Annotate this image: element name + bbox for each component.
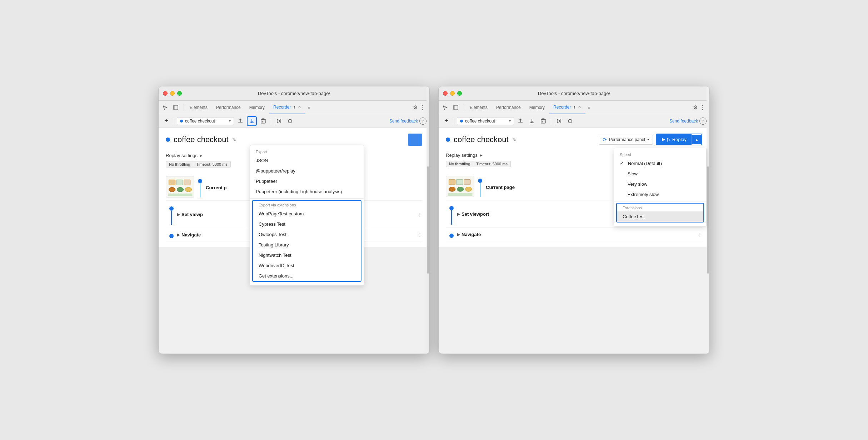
export-puppeteer[interactable]: Puppeteer — [250, 176, 364, 186]
scrollbar-track[interactable] — [426, 86, 429, 354]
right-scrollbar-thumb[interactable] — [707, 166, 709, 273]
tab-elements[interactable]: Elements — [185, 101, 212, 114]
export-json[interactable]: JSON — [250, 155, 364, 166]
replay-dropdown-btn[interactable]: ▲ — [692, 135, 702, 144]
add-recording-btn[interactable]: + — [161, 116, 171, 126]
svg-point-20 — [574, 106, 575, 108]
replay-settings-expand-icon[interactable]: ▶ — [200, 154, 203, 158]
right-play-once-btn[interactable] — [554, 116, 564, 126]
dock-icon[interactable] — [171, 102, 181, 112]
speed-slow[interactable]: Slow — [614, 169, 706, 179]
replay-btn[interactable] — [285, 116, 295, 126]
upload-btn[interactable] — [235, 116, 245, 126]
ext-testing-library[interactable]: Testing Library — [253, 240, 361, 250]
right-header-actions: ⟳ Performance panel ▾ ▷ Replay ▲ — [599, 134, 702, 145]
right-help-btn[interactable]: ? — [699, 118, 707, 125]
ext-webpagetest[interactable]: WebPageTest custom — [253, 209, 361, 219]
minimize-traffic-light[interactable] — [170, 91, 175, 96]
right-cursor-icon[interactable] — [440, 102, 450, 112]
speed-very-slow[interactable]: Very slow — [614, 179, 706, 189]
right-maximize-traffic-light[interactable] — [457, 91, 462, 96]
right-tab-elements[interactable]: Elements — [465, 101, 492, 114]
right-recording-title: coffee checkout — [454, 135, 509, 144]
ext-owloops[interactable]: Owloops Test — [253, 229, 361, 240]
replay-settings-label[interactable]: Replay settings — [166, 153, 198, 158]
play-once-btn[interactable] — [274, 116, 284, 126]
right-minimize-traffic-light[interactable] — [450, 91, 455, 96]
step-connector-2 — [169, 204, 174, 225]
right-upload-btn[interactable] — [515, 116, 525, 126]
right-dots-icon[interactable]: ⋮ — [700, 104, 705, 111]
recording-selector[interactable]: coffee checkout ▾ — [177, 117, 234, 125]
tab-memory[interactable]: Memory — [245, 101, 269, 114]
right-expand-arrow-navigate[interactable]: ▶ — [457, 232, 460, 237]
right-replay-settings-expand-icon[interactable]: ▶ — [480, 153, 483, 157]
performance-panel-btn[interactable]: ⟳ Performance panel ▾ — [599, 135, 653, 145]
edit-title-icon[interactable]: ✎ — [232, 137, 236, 142]
right-tab-memory[interactable]: Memory — [525, 101, 549, 114]
left-recording-header: coffee checkout ✎ — [166, 134, 422, 146]
send-feedback-link[interactable]: Send feedback — [389, 119, 418, 124]
extensions-highlight-box: Export via extensions WebPageTest custom… — [252, 200, 361, 282]
right-extensions-section-label: Extensions — [617, 204, 703, 211]
tab-recorder[interactable]: Recorder ✕ — [269, 101, 305, 114]
right-tab-recorder-close[interactable]: ✕ — [578, 105, 581, 109]
step-more-icon-navigate[interactable]: ⋮ — [418, 232, 422, 238]
ext-get-extensions[interactable]: Get extensions... — [253, 271, 361, 281]
right-download-btn[interactable] — [527, 116, 537, 126]
tab-more-btn[interactable]: » — [305, 105, 312, 110]
tab-recorder-close[interactable]: ✕ — [298, 105, 301, 109]
right-recorder-pin-icon — [573, 105, 576, 109]
help-btn[interactable]: ? — [419, 118, 426, 125]
step-dot — [198, 179, 202, 183]
gear-icon[interactable]: ⚙ — [413, 104, 418, 111]
right-gear-icon[interactable]: ⚙ — [693, 104, 698, 111]
right-edit-title-icon[interactable]: ✎ — [512, 137, 517, 142]
export-puppeteer-lighthouse[interactable]: Puppeteer (including Lighthouse analysis… — [250, 186, 364, 197]
speed-normal[interactable]: ✓ Normal (Default) — [614, 158, 706, 169]
svg-marker-26 — [557, 119, 560, 123]
right-tab-performance[interactable]: Performance — [492, 101, 525, 114]
expand-arrow-navigate[interactable]: ▶ — [177, 232, 180, 237]
svg-point-34 — [457, 187, 463, 191]
right-send-feedback-link[interactable]: Send feedback — [669, 119, 698, 124]
right-recording-header: coffee checkout ✎ ⟳ Performance panel ▾ … — [446, 134, 702, 145]
right-replay-settings-label[interactable]: Replay settings — [446, 152, 478, 158]
dots-icon[interactable]: ⋮ — [420, 104, 425, 111]
right-delete-btn[interactable] — [538, 116, 548, 126]
right-toolbar-sep-2 — [551, 118, 551, 124]
close-traffic-light[interactable] — [163, 91, 168, 96]
right-add-recording-btn[interactable]: + — [442, 116, 452, 126]
download-btn[interactable] — [247, 116, 257, 126]
right-step-more-icon-navigate[interactable]: ⋮ — [698, 232, 702, 237]
tab-performance[interactable]: Performance — [212, 101, 245, 114]
ext-coffeetest[interactable]: CoffeeTest — [617, 211, 703, 222]
right-tab-recorder[interactable]: Recorder ✕ — [549, 101, 585, 114]
right-close-traffic-light[interactable] — [443, 91, 448, 96]
replay-main-btn[interactable]: ▷ Replay — [657, 134, 692, 145]
svg-rect-12 — [176, 180, 183, 185]
right-recording-selector[interactable]: coffee checkout ▾ — [457, 117, 514, 125]
right-dock-icon[interactable] — [451, 102, 461, 112]
replay-btn-group: ▷ Replay ▲ — [656, 134, 702, 145]
delete-btn[interactable] — [258, 116, 268, 126]
right-step-dot-2 — [449, 206, 454, 210]
right-expand-arrow-viewport[interactable]: ▶ — [457, 212, 460, 216]
cursor-icon[interactable] — [160, 102, 170, 112]
right-scrollbar-track[interactable] — [707, 86, 709, 354]
ext-cypress[interactable]: Cypress Test — [253, 219, 361, 229]
step-more-icon-viewport[interactable]: ⋮ — [418, 212, 422, 217]
expand-arrow-viewport[interactable]: ▶ — [177, 212, 180, 217]
svg-rect-6 — [261, 120, 265, 123]
export-puppeteer-replay[interactable]: @puppeteer/replay — [250, 166, 364, 176]
svg-rect-1 — [174, 105, 175, 110]
right-recording-dot — [460, 120, 463, 122]
right-step-line — [480, 183, 480, 197]
right-tab-more-btn[interactable]: » — [585, 105, 592, 110]
ext-nightwatch[interactable]: Nightwatch Test — [253, 250, 361, 260]
maximize-traffic-light[interactable] — [177, 91, 182, 96]
scrollbar-thumb[interactable] — [427, 166, 429, 273]
ext-webdriverio[interactable]: WebdriverIO Test — [253, 260, 361, 271]
right-replay-btn[interactable] — [565, 116, 575, 126]
speed-extremely-slow[interactable]: Extremely slow — [614, 189, 706, 200]
